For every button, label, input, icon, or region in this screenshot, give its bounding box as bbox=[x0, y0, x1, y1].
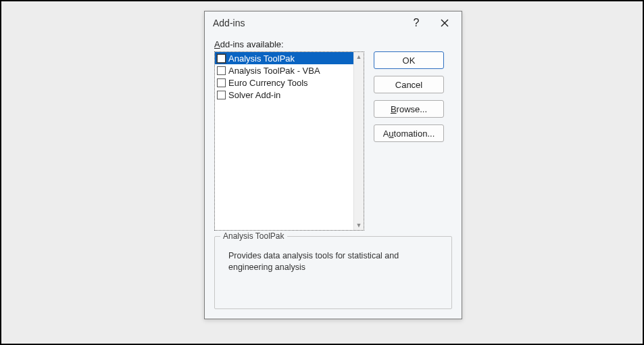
list-item-label: Euro Currency Tools bbox=[228, 78, 308, 88]
list-item[interactable]: Solver Add-in bbox=[215, 89, 354, 101]
checkbox[interactable] bbox=[217, 78, 226, 87]
checkbox[interactable] bbox=[217, 54, 226, 63]
scroll-down-icon[interactable]: ▼ bbox=[356, 221, 362, 230]
automation-button[interactable]: Automation... bbox=[374, 124, 444, 142]
checkbox[interactable] bbox=[217, 91, 226, 99]
titlebar: Add-ins ? bbox=[205, 12, 462, 35]
list-item[interactable]: Analysis ToolPak bbox=[215, 52, 354, 64]
addins-dialog: Add-ins ? Add-ins available: Analysis To… bbox=[204, 11, 462, 319]
list-item-label: Solver Add-in bbox=[228, 90, 280, 100]
scroll-up-icon[interactable]: ▲ bbox=[356, 52, 362, 62]
description-text: Provides data analysis tools for statist… bbox=[223, 250, 443, 273]
main-row: Analysis ToolPak Analysis ToolPak - VBA … bbox=[214, 51, 452, 231]
addins-listbox[interactable]: Analysis ToolPak Analysis ToolPak - VBA … bbox=[214, 51, 364, 231]
list-item[interactable]: Analysis ToolPak - VBA bbox=[215, 64, 354, 76]
list-item-label: Analysis ToolPak bbox=[228, 53, 295, 64]
dialog-title: Add-ins bbox=[213, 18, 402, 28]
checkbox[interactable] bbox=[217, 66, 226, 75]
available-label: Add-ins available: bbox=[214, 39, 452, 49]
dialog-body: Add-ins available: Analysis ToolPak Anal… bbox=[205, 35, 462, 319]
listbox-scrollbar[interactable]: ▲ ▼ bbox=[353, 52, 364, 230]
help-button[interactable]: ? bbox=[402, 14, 430, 32]
list-item-label: Analysis ToolPak - VBA bbox=[228, 66, 320, 76]
browse-button[interactable]: Browse... bbox=[374, 100, 444, 118]
ok-button[interactable]: OK bbox=[374, 51, 444, 69]
list-item[interactable]: Euro Currency Tools bbox=[215, 76, 354, 89]
page-background: Add-ins ? Add-ins available: Analysis To… bbox=[0, 0, 644, 345]
description-legend: Analysis ToolPak bbox=[220, 231, 287, 241]
button-column: OK Cancel Browse... Automation... bbox=[374, 51, 444, 231]
listbox-inner: Analysis ToolPak Analysis ToolPak - VBA … bbox=[215, 52, 354, 230]
cancel-button[interactable]: Cancel bbox=[374, 76, 444, 93]
description-group: Analysis ToolPak Provides data analysis … bbox=[214, 236, 452, 309]
close-button[interactable] bbox=[430, 14, 459, 32]
close-icon bbox=[441, 19, 449, 27]
